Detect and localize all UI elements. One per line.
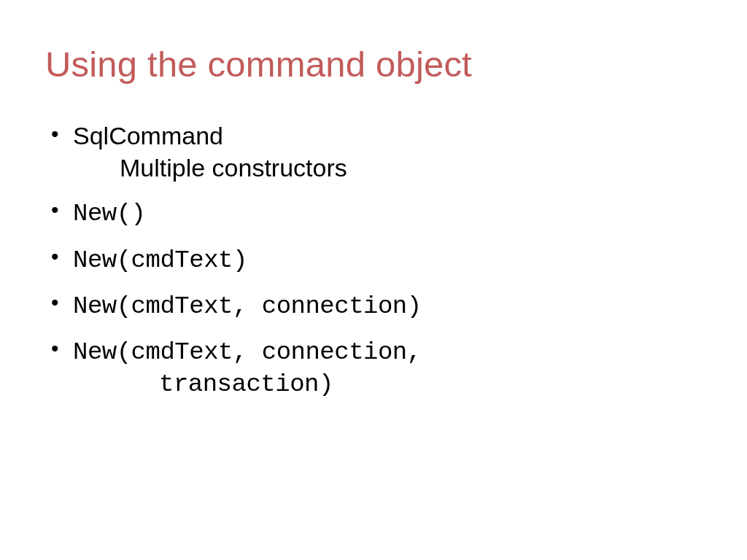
bullet-code: New(cmdText, connection,: [73, 338, 422, 366]
list-item: SqlCommand Multiple constructors: [73, 120, 702, 184]
bullet-subtext: Multiple constructors: [73, 152, 702, 184]
list-item: New(): [73, 195, 702, 230]
bullet-code: New(cmdText, connection): [73, 292, 422, 320]
slide-title: Using the command object: [45, 44, 702, 85]
list-item: New(cmdText): [73, 242, 702, 276]
bullet-list: SqlCommand Multiple constructors New() N…: [45, 120, 702, 400]
bullet-code: New(): [73, 200, 146, 228]
list-item: New(cmdText, connection, transaction): [73, 334, 702, 400]
bullet-text: SqlCommand: [73, 122, 223, 149]
list-item: New(cmdText, connection): [73, 288, 702, 322]
bullet-code-cont: transaction): [73, 368, 702, 400]
slide: Using the command object SqlCommand Mult…: [0, 0, 747, 560]
bullet-code: New(cmdText): [73, 246, 247, 274]
